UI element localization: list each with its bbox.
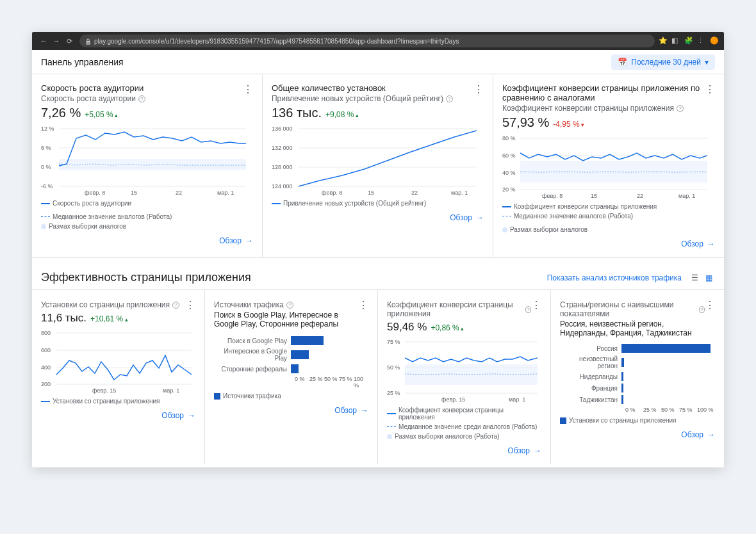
svg-text:мар. 1: мар. 1 — [451, 190, 468, 196]
card-subtitle: Коэффициент конверсии страницы приложени… — [502, 104, 705, 113]
card-subtitle: Россия, неизвестный регион, Нидерланды, … — [560, 320, 705, 337]
svg-text:124 000: 124 000 — [272, 183, 293, 190]
review-link[interactable]: Обзор→ — [507, 446, 541, 455]
arrow-right-icon: → — [707, 239, 715, 248]
list-view-icon[interactable]: ☰ — [688, 273, 701, 283]
dashboard-content: Скорость роста аудитории Скорость роста … — [32, 74, 724, 467]
svg-text:22: 22 — [637, 193, 643, 199]
view-toggle: ☰ ▦ — [688, 273, 715, 283]
card-title: Коэффициент конверсии страницы приложени… — [502, 83, 705, 102]
card-top-countries: Страны/регионы с наивысшими показателями… — [551, 290, 724, 464]
svg-text:22: 22 — [176, 190, 182, 196]
card-listing-installs: Установки со страницы приложения? 11,6 т… — [32, 290, 205, 464]
help-icon[interactable]: ? — [286, 302, 293, 309]
help-icon[interactable]: ? — [446, 95, 453, 102]
legend-main: Коэффициент конверсии страницы приложени… — [387, 407, 541, 421]
svg-text:40 %: 40 % — [502, 170, 516, 176]
card-title: Общее количество установок — [272, 83, 453, 93]
section-listing-performance: Эффективность страницы приложения Показа… — [32, 258, 724, 289]
help-icon[interactable]: ? — [699, 306, 705, 313]
metric-delta: +9,08 % — [325, 110, 359, 119]
svg-text:136 000: 136 000 — [272, 125, 293, 132]
review-link[interactable]: Обзор→ — [161, 411, 195, 420]
date-range-label: Последние 30 дней — [631, 58, 701, 67]
section-title: Эффективность страницы приложения — [41, 271, 251, 284]
conversion-chart-small: 75 % 50 % 25 % февр. 15 мар. 1 — [387, 339, 541, 403]
card-title: Страны/регионы с наивысшими показателями… — [560, 300, 705, 318]
help-icon[interactable]: ? — [172, 302, 179, 309]
svg-text:75 %: 75 % — [387, 339, 400, 345]
svg-text:мар. 1: мар. 1 — [163, 387, 179, 394]
svg-text:25 %: 25 % — [387, 390, 400, 396]
reload-icon[interactable]: ⟳ — [63, 37, 76, 45]
dots-icon[interactable]: ⋮ — [697, 36, 706, 45]
more-icon[interactable]: ⋮ — [531, 299, 541, 311]
card-subtitle: Поиск в Google Play, Интересное в Google… — [214, 311, 358, 328]
svg-text:февр. 8: февр. 8 — [542, 193, 563, 199]
chart-legend: Привлечение новых устройств (Общий рейти… — [272, 200, 484, 207]
more-icon[interactable]: ⋮ — [473, 83, 484, 95]
chart-legend: Установки со страницы приложения — [41, 398, 195, 405]
svg-text:60 %: 60 % — [502, 152, 516, 159]
card-title: Скорость роста аудитории — [41, 83, 145, 93]
more-icon[interactable]: ⋮ — [358, 299, 368, 311]
card-conversion-vs-peers: Коэффициент конверсии страницы приложени… — [493, 74, 724, 257]
chart-legend: Коэффициент конверсии страницы приложени… — [502, 203, 715, 233]
arrow-right-icon: → — [245, 236, 253, 245]
chart-legend: Коэффициент конверсии страницы приложени… — [387, 407, 541, 440]
help-icon[interactable]: ? — [677, 105, 684, 112]
url-bar[interactable]: play.google.com/console/u/1/developers/9… — [79, 35, 655, 47]
more-icon[interactable]: ⋮ — [705, 83, 715, 95]
countries-bar-chart: Россия неизвестный регион Нидерланды Фра… — [560, 344, 715, 413]
page-header: Панель управления 📅 Последние 30 дней ▾ — [32, 50, 724, 74]
ext-icon[interactable]: ◧ — [671, 36, 680, 45]
puzzle-icon[interactable]: 🧩 — [684, 36, 693, 45]
review-link[interactable]: Обзор→ — [219, 236, 253, 245]
svg-text:-6 %: -6 % — [41, 183, 53, 190]
date-range-picker[interactable]: 📅 Последние 30 дней ▾ — [611, 54, 715, 70]
traffic-analysis-link[interactable]: Показать анализ источников трафика — [547, 273, 682, 282]
grid-view-icon[interactable]: ▦ — [702, 273, 715, 283]
card-title: Источники трафика? — [214, 300, 358, 309]
legend-main: Скорость роста аудитории — [41, 200, 131, 207]
traffic-bar-chart: Поиск в Google Play Интересное в Google … — [214, 336, 368, 389]
legend-main: Коэффициент конверсии страницы приложени… — [502, 203, 657, 210]
browser-window: ← → ⟳ play.google.com/console/u/1/develo… — [32, 32, 724, 467]
metric-delta: +5,05 % — [85, 110, 118, 119]
svg-text:15: 15 — [368, 190, 374, 196]
legend-main: Установки со страницы приложения — [41, 398, 160, 405]
conversion-chart: 80 % 60 % 40 % 20 % февр. 8 15 22 — [502, 135, 715, 199]
review-link[interactable]: Обзор→ — [334, 406, 368, 415]
back-icon[interactable]: ← — [37, 37, 50, 45]
card-title: Коэффициент конверсии страницы приложени… — [387, 300, 531, 318]
legend-peer: Медианное значение среди аналогов (Работ… — [387, 423, 537, 430]
installs-chart: 136 000 132 000 128 000 124 000 февр. 8 … — [272, 125, 484, 196]
svg-text:мар. 1: мар. 1 — [217, 190, 234, 196]
metric-value: 57,93 % — [502, 115, 549, 130]
review-link[interactable]: Обзор→ — [681, 239, 715, 248]
metric-value: 59,46 % — [387, 321, 427, 334]
avatar-icon[interactable]: 🟠 — [710, 36, 719, 45]
share-icon[interactable]: ⭐ — [659, 36, 668, 45]
metric-value: 136 тыс. — [272, 106, 322, 120]
review-link[interactable]: Обзор→ — [450, 213, 484, 222]
forward-icon[interactable]: → — [50, 37, 63, 45]
card-subtitle: Привлечение новых устройств (Общий рейти… — [272, 94, 453, 103]
more-icon[interactable]: ⋮ — [185, 299, 195, 311]
review-link[interactable]: Обзор→ — [681, 430, 715, 439]
card-total-installs: Общее количество установок Привлечение н… — [263, 74, 493, 257]
more-icon[interactable]: ⋮ — [705, 299, 715, 311]
help-icon[interactable]: ? — [525, 306, 531, 313]
svg-text:128 000: 128 000 — [272, 164, 293, 170]
more-icon[interactable]: ⋮ — [243, 83, 253, 95]
arrow-right-icon: → — [707, 430, 715, 439]
svg-text:800: 800 — [41, 330, 51, 336]
svg-text:0 %: 0 % — [41, 164, 51, 170]
metric-delta: -4,95 % — [553, 120, 584, 129]
arrow-right-icon: → — [476, 213, 484, 222]
lock-icon — [85, 38, 94, 45]
svg-text:50 %: 50 % — [387, 364, 400, 371]
help-icon[interactable]: ? — [138, 95, 145, 102]
legend-main: Привлечение новых устройств (Общий рейти… — [272, 200, 426, 207]
svg-text:600: 600 — [41, 347, 51, 353]
